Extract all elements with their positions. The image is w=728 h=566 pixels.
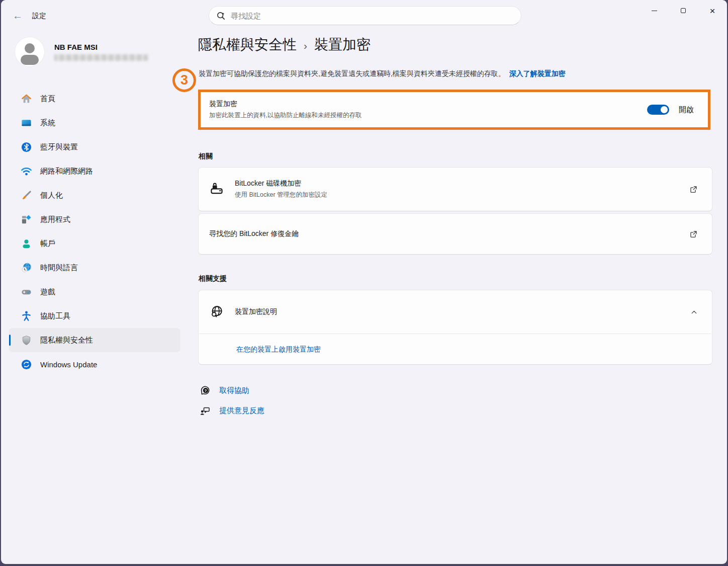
bitlocker-card[interactable]: BitLocker 磁碟機加密 使用 BitLocker 管理您的加密設定 (198, 167, 712, 211)
sidebar-item-label: 首頁 (40, 94, 55, 104)
sidebar-item-accounts[interactable]: 帳戶 (9, 231, 180, 256)
breadcrumb: 隱私權與安全性 › 裝置加密 (198, 35, 371, 54)
device-encryption-card: 裝置加密 加密此裝置上的資料,以協助防止離線和未經授權的存取 開啟 (201, 92, 708, 127)
sidebar-item-label: 系統 (40, 118, 55, 128)
learn-more-link[interactable]: 深入了解裝置加密 (509, 69, 566, 77)
sidebar-nav: 首頁 系統 藍牙與裝置 網路和網際網路 (9, 87, 180, 376)
home-icon (20, 93, 32, 105)
windows-update-icon (20, 358, 32, 370)
annotation-step-badge: 3 (172, 68, 196, 92)
sidebar-item-personalization[interactable]: 個人化 (9, 183, 180, 207)
sidebar-item-label: 時間與語言 (40, 263, 78, 273)
annotation-highlight-box: 裝置加密 加密此裝置上的資料,以協助防止離線和未經授權的存取 開啟 (198, 90, 710, 130)
external-link-icon (689, 185, 712, 194)
gaming-icon (20, 286, 32, 298)
sidebar-item-label: Windows Update (40, 360, 97, 369)
feedback-icon (199, 405, 212, 417)
sidebar-item-label: 網路和網際網路 (40, 167, 93, 176)
sidebar-item-label: 遊戲 (40, 287, 55, 297)
apps-icon (20, 213, 32, 225)
device-encryption-title: 裝置加密 (209, 100, 647, 109)
bitlocker-drive-lock-icon (199, 182, 235, 197)
sidebar-item-network[interactable]: 網路和網際網路 (9, 159, 180, 183)
sidebar-item-apps[interactable]: 應用程式 (9, 207, 180, 231)
sidebar-item-system[interactable]: 系統 (9, 111, 180, 135)
feedback-link[interactable]: 提供意見反應 (219, 406, 264, 416)
back-arrow-icon: ← (13, 10, 23, 22)
system-icon (20, 117, 32, 129)
sidebar-item-label: 協助工具 (40, 311, 70, 321)
page-description: 裝置加密可協助保護您的檔案與資料夾,避免裝置遺失或遭竊時,檔案與資料夾遭受未經授… (199, 69, 566, 78)
time-language-icon (20, 262, 32, 274)
accounts-icon (20, 237, 32, 250)
globe-search-icon (199, 304, 235, 319)
sidebar-item-gaming[interactable]: 遊戲 (9, 280, 180, 304)
page-title: 裝置加密 (314, 35, 371, 54)
accessibility-icon (20, 310, 32, 322)
sidebar-item-label: 個人化 (40, 191, 63, 200)
back-button[interactable]: ← (10, 9, 25, 22)
bitlocker-card-subtitle: 使用 BitLocker 管理您的加密設定 (235, 191, 327, 199)
app-title: 設定 (32, 12, 46, 21)
profile-email-redacted (54, 54, 148, 61)
network-icon (20, 165, 32, 177)
get-help-row: ? 取得協助 (199, 384, 249, 396)
support-card: 裝置加密說明 在您的裝置上啟用裝置加密 (198, 290, 712, 365)
device-encryption-toggle[interactable] (647, 105, 669, 115)
sidebar: NB FAE MSI 首頁 系統 藍牙與裝置 (1, 30, 188, 564)
bluetooth-icon (20, 141, 32, 153)
get-help-icon: ? (199, 384, 212, 396)
main-content: 隱私權與安全性 › 裝置加密 裝置加密可協助保護您的檔案與資料夾,避免裝置遺失或… (198, 0, 712, 564)
privacy-security-icon (20, 334, 32, 346)
support-card-title: 裝置加密說明 (235, 307, 277, 316)
sidebar-item-label: 應用程式 (40, 215, 70, 224)
breadcrumb-parent[interactable]: 隱私權與安全性 (198, 35, 297, 54)
recovery-key-card-title: 尋找您的 BitLocker 修復金鑰 (209, 229, 299, 238)
chevron-up-icon[interactable] (690, 308, 712, 316)
get-help-link[interactable]: 取得協助 (219, 386, 249, 395)
profile[interactable]: NB FAE MSI (15, 37, 148, 66)
support-card-header[interactable]: 裝置加密說明 (199, 290, 712, 334)
personalization-icon (20, 189, 32, 201)
sidebar-item-windows-update[interactable]: Windows Update (9, 352, 180, 376)
related-section-heading: 相關 (199, 152, 213, 161)
toggle-knob (661, 106, 668, 113)
bitlocker-card-title: BitLocker 磁碟機加密 (235, 179, 327, 188)
sidebar-item-bluetooth[interactable]: 藍牙與裝置 (9, 135, 180, 159)
sidebar-item-home[interactable]: 首頁 (9, 87, 180, 111)
toggle-state-label: 開啟 (679, 105, 694, 115)
sidebar-item-time-language[interactable]: 時間與語言 (9, 256, 180, 280)
feedback-row: 提供意見反應 (199, 405, 264, 417)
enable-device-encryption-link[interactable]: 在您的裝置上啟用裝置加密 (236, 345, 321, 354)
sidebar-item-privacy-security[interactable]: 隱私權與安全性 (9, 328, 180, 352)
bitlocker-recovery-key-card[interactable]: 尋找您的 BitLocker 修復金鑰 (198, 213, 712, 255)
sidebar-item-label: 隱私權與安全性 (40, 336, 93, 345)
sidebar-item-accessibility[interactable]: 協助工具 (9, 304, 180, 328)
support-section-heading: 相關支援 (199, 274, 227, 283)
svg-text:?: ? (205, 388, 207, 393)
sidebar-item-label: 帳戶 (40, 239, 55, 249)
profile-name: NB FAE MSI (54, 43, 148, 51)
avatar (15, 37, 44, 66)
settings-window: ← 設定 × NB FAE MSI (1, 0, 727, 564)
breadcrumb-separator-icon: › (304, 38, 307, 52)
device-encryption-subtitle: 加密此裝置上的資料,以協助防止離線和未經授權的存取 (209, 111, 647, 120)
sidebar-item-label: 藍牙與裝置 (40, 142, 78, 152)
external-link-icon (689, 229, 712, 239)
